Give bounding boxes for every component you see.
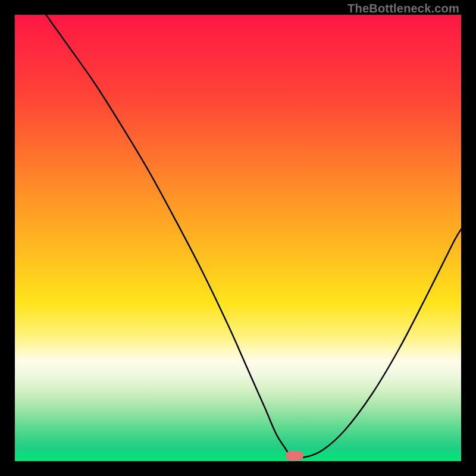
chart-frame: TheBottleneck.com — [0, 0, 476, 476]
bottleneck-curve — [15, 15, 461, 461]
optimal-point-marker — [286, 451, 303, 461]
attribution-text: TheBottleneck.com — [347, 2, 459, 15]
